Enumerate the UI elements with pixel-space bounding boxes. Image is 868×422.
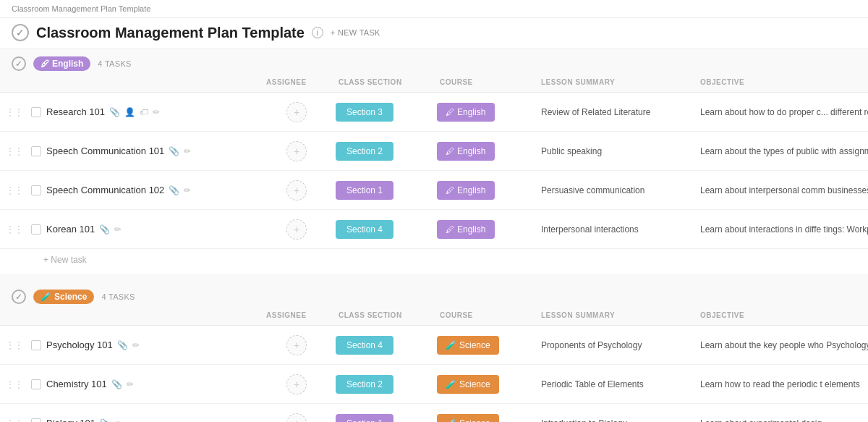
drag-handle[interactable]: ⋮⋮	[0, 185, 29, 195]
course-badge: 🧪 Science	[437, 375, 499, 394]
assignee-avatar[interactable]: +	[286, 141, 307, 161]
assignee-avatar[interactable]: +	[286, 374, 307, 394]
tag-icon[interactable]: 🏷	[140, 107, 148, 117]
section-cell: Section 1	[333, 414, 434, 423]
row-checkbox[interactable]	[29, 146, 43, 156]
course-cell: 🖊 English	[434, 103, 535, 122]
edit-icon[interactable]: ✏	[127, 379, 134, 389]
section-badge: Section 4	[336, 220, 393, 239]
new-task-header-button[interactable]: + NEW TASK	[331, 28, 380, 37]
task-checkbox[interactable]	[31, 146, 41, 156]
attachment-icon[interactable]: 📎	[100, 418, 111, 423]
group-toggle-science[interactable]: ✓	[12, 290, 26, 304]
task-checkbox[interactable]	[31, 224, 41, 235]
col-header-science-6: LESSON SUMMARY	[535, 308, 694, 322]
attachment-icon[interactable]: 📎	[99, 224, 110, 235]
objective-cell: Learn about the types of public with ass…	[694, 143, 868, 159]
section-cell: Section 4	[333, 336, 434, 355]
group-badge-science: 🧪 Science	[33, 290, 94, 304]
course-badge: 🖊 English	[437, 142, 495, 161]
new-task-row-english[interactable]: + New task	[0, 249, 868, 274]
edit-icon[interactable]: ✏	[184, 185, 191, 195]
row-checkbox[interactable]	[29, 418, 43, 423]
attachment-icon[interactable]: 📎	[117, 340, 128, 350]
edit-icon[interactable]: ✏	[114, 224, 122, 235]
row-checkbox[interactable]	[29, 224, 43, 235]
course-badge: 🖊 English	[437, 103, 495, 122]
col-header-english-6: LESSON SUMMARY	[535, 75, 694, 89]
col-header-science-0	[0, 308, 29, 322]
col-header-science-5: COURSE	[434, 308, 535, 322]
task-name-cell: Psychology 101 📎 ✏	[43, 334, 260, 356]
assignee-avatar[interactable]: +	[286, 335, 307, 355]
task-name: Research 101	[46, 106, 105, 117]
course-cell: 🧪 Science	[434, 375, 535, 394]
lesson-summary-cell: Public speaking	[535, 143, 694, 159]
section-cell: Section 2	[333, 142, 434, 161]
col-header-english-5: COURSE	[434, 75, 535, 89]
course-cell: 🧪 Science	[434, 414, 535, 423]
attachment-icon[interactable]: 📎	[169, 185, 179, 195]
objective-cell: Learn about interpersonal comm businesse…	[694, 182, 868, 198]
task-checkbox[interactable]	[31, 340, 41, 350]
assignee-avatar[interactable]: +	[286, 219, 307, 240]
edit-icon[interactable]: ✏	[132, 340, 140, 350]
task-name-cell: Speech Communication 101 📎 ✏	[43, 140, 260, 162]
section-cell: Section 4	[333, 220, 434, 239]
main-content: ✓ 🖊 English 4 TASKS ASSIGNEECLASS SECTIO…	[0, 49, 868, 422]
assignee-cell: +	[260, 141, 333, 161]
section-badge: Section 3	[336, 103, 393, 122]
row-checkbox[interactable]	[29, 185, 43, 195]
info-icon[interactable]: i	[312, 27, 323, 38]
course-cell: 🖊 English	[434, 220, 535, 239]
drag-handle[interactable]: ⋮⋮	[0, 146, 29, 156]
drag-handle[interactable]: ⋮⋮	[0, 379, 29, 389]
task-checkbox[interactable]	[31, 418, 41, 423]
group-divider	[0, 274, 868, 282]
drag-handle[interactable]: ⋮⋮	[0, 107, 29, 117]
attachment-icon[interactable]: 📎	[169, 146, 179, 156]
table-row: ⋮⋮ Biology 101 📎 ✏ + Section 1 🧪 Science	[0, 404, 868, 422]
course-cell: 🧪 Science	[434, 336, 535, 355]
lesson-summary-cell: Persuasive communication	[535, 182, 694, 198]
assignee-avatar[interactable]: +	[286, 102, 307, 122]
edit-icon[interactable]: ✏	[184, 146, 191, 156]
row-checkbox[interactable]	[29, 379, 43, 389]
col-header-english-0	[0, 75, 29, 89]
attachment-icon[interactable]: 📎	[109, 107, 120, 117]
drag-handle[interactable]: ⋮⋮	[0, 224, 29, 235]
drag-handle[interactable]: ⋮⋮	[0, 340, 29, 350]
section-cell: Section 3	[333, 103, 434, 122]
task-name: Chemistry 101	[46, 379, 107, 389]
assignee-icon[interactable]: 👤	[124, 107, 135, 117]
section-badge: Section 1	[336, 181, 393, 200]
task-checkbox[interactable]	[31, 379, 41, 389]
edit-icon[interactable]: ✏	[153, 107, 160, 117]
task-checkbox[interactable]	[31, 185, 41, 195]
group-toggle-english[interactable]: ✓	[12, 56, 26, 71]
task-checkbox[interactable]	[31, 107, 41, 117]
lesson-summary-cell: Interpersonal interactions	[535, 221, 694, 237]
edit-icon[interactable]: ✏	[115, 418, 122, 423]
objective-cell: Learn about the key people who Psycholog…	[694, 337, 868, 353]
breadcrumb: Classroom Management Plan Template	[0, 0, 868, 18]
assignee-cell: +	[260, 180, 333, 201]
group-task-count-science: 4 TASKS	[101, 292, 135, 301]
table-row: ⋮⋮ Korean 101 📎 ✏ + Section 4 🖊 English	[0, 210, 868, 249]
col-header-science-3: ASSIGNEE	[260, 308, 333, 322]
row-checkbox[interactable]	[29, 107, 43, 117]
course-badge: 🖊 English	[437, 181, 495, 200]
page-header: ✓ Classroom Management Plan Template i +…	[0, 18, 868, 49]
assignee-avatar[interactable]: +	[286, 180, 307, 201]
objective-cell: Learn about how to do proper c... differ…	[694, 104, 868, 120]
assignee-avatar[interactable]: +	[286, 413, 307, 423]
row-checkbox[interactable]	[29, 340, 43, 350]
task-name-cell: Chemistry 101 📎 ✏	[43, 373, 260, 395]
lesson-summary-cell: Review of Related Literature	[535, 104, 694, 120]
back-button[interactable]: ✓	[12, 24, 29, 41]
section-cell: Section 1	[333, 181, 434, 200]
drag-handle[interactable]: ⋮⋮	[0, 418, 29, 423]
attachment-icon[interactable]: 📎	[111, 379, 122, 389]
col-header-science-7: OBJECTIVE	[694, 308, 868, 322]
table-row: ⋮⋮ Research 101 📎 👤🏷 ✏ + Section 3 🖊 Eng	[0, 93, 868, 132]
